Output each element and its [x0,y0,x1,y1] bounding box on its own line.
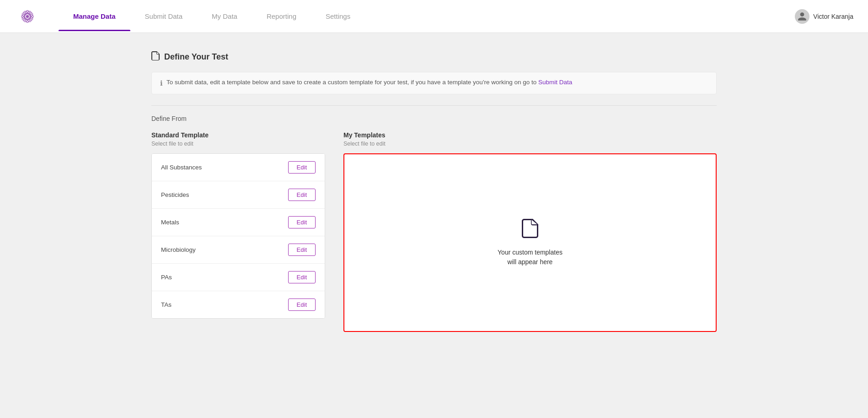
nav-item-settings[interactable]: Settings [311,1,365,31]
app-logo[interactable] [15,4,40,29]
divider [151,105,717,106]
templates-layout: Standard Template Select file to edit Al… [151,131,717,332]
template-list: All Substances Edit Pesticides Edit Meta… [151,153,325,319]
define-from-label: Define From [151,115,717,122]
submit-data-link[interactable]: Submit Data [538,79,572,86]
edit-button-all-substances[interactable]: Edit [288,161,316,174]
svg-point-6 [26,15,29,18]
template-name: PAs [161,274,172,281]
nav-item-reporting[interactable]: Reporting [252,1,311,31]
page-title: Define Your Test [164,52,228,62]
user-name-label: Victor Karanja [813,13,853,20]
my-templates-subtitle: Select file to edit [343,141,717,147]
table-row: PAs Edit [152,264,325,291]
edit-button-pesticides[interactable]: Edit [288,189,316,201]
table-row: Metals Edit [152,209,325,236]
empty-templates-text: Your custom templateswill appear here [498,248,563,267]
main-content: Define Your Test ℹ To submit data, edit … [137,33,731,418]
page-title-icon [151,51,160,63]
info-text: To submit data, edit a template below an… [166,79,572,86]
edit-button-metals[interactable]: Edit [288,216,316,228]
my-templates-title: My Templates [343,131,717,139]
page-header: Define Your Test [151,51,717,63]
nav-menu: Manage Data Submit Data My Data Reportin… [59,1,795,31]
table-row: Microbiology Edit [152,236,325,264]
standard-template-section: Standard Template Select file to edit Al… [151,131,325,319]
navbar: Manage Data Submit Data My Data Reportin… [0,0,868,33]
edit-button-pas[interactable]: Edit [288,271,316,283]
user-menu[interactable]: Victor Karanja [795,9,853,24]
nav-item-manage-data[interactable]: Manage Data [59,1,130,31]
nav-item-submit-data[interactable]: Submit Data [130,1,198,31]
avatar [795,9,809,24]
template-name: All Substances [161,164,202,171]
template-name: Metals [161,219,179,226]
edit-button-microbiology[interactable]: Edit [288,244,316,256]
standard-template-subtitle: Select file to edit [151,141,325,147]
table-row: Pesticides Edit [152,181,325,209]
template-list-inner: All Substances Edit Pesticides Edit Meta… [152,154,325,318]
table-row: All Substances Edit [152,154,325,181]
my-templates-box: Your custom templateswill appear here [343,153,717,332]
info-icon: ℹ [160,79,163,87]
my-templates-section: My Templates Select file to edit Your cu… [343,131,717,332]
info-box: ℹ To submit data, edit a template below … [151,72,717,94]
template-name: TAs [161,301,171,308]
table-row: TAs Edit [152,291,325,318]
standard-template-title: Standard Template [151,131,325,139]
template-name: Pesticides [161,191,189,198]
empty-file-icon [522,219,538,242]
edit-button-tas[interactable]: Edit [288,299,316,311]
nav-item-my-data[interactable]: My Data [197,1,252,31]
template-name: Microbiology [161,246,196,253]
